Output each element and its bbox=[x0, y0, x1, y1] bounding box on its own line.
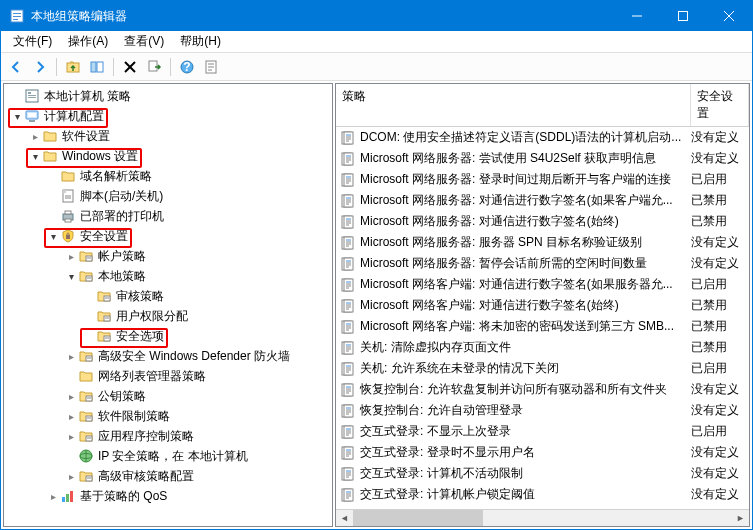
expand-icon[interactable] bbox=[64, 429, 78, 443]
tree-item[interactable]: 高级安全 Windows Defender 防火墙 bbox=[4, 346, 332, 366]
tree-item[interactable]: 本地计算机 策略 bbox=[4, 86, 332, 106]
policy-text: 交互式登录: 不显示上次登录 bbox=[360, 423, 511, 440]
maximize-button[interactable] bbox=[660, 1, 706, 31]
tree-item[interactable]: 高级审核策略配置 bbox=[4, 466, 332, 486]
setting-cell: 已启用 bbox=[691, 360, 745, 377]
toolbar-separator bbox=[113, 58, 114, 76]
list-row[interactable]: 交互式登录: 计算机不活动限制没有定义 bbox=[336, 463, 749, 484]
tree-item[interactable]: 脚本(启动/关机) bbox=[4, 186, 332, 206]
list-row[interactable]: 交互式登录: 计算机帐户锁定阈值没有定义 bbox=[336, 484, 749, 505]
tree-item-label: 帐户策略 bbox=[98, 248, 146, 265]
policy-cell: Microsoft 网络服务器: 尝试使用 S4U2Self 获取声明信息 bbox=[340, 150, 691, 167]
setting-cell: 没有定义 bbox=[691, 465, 745, 482]
tree-item[interactable]: 审核策略 bbox=[4, 286, 332, 306]
list-row[interactable]: DCOM: 使用安全描述符定义语言(SDDL)语法的计算机启动...没有定义 bbox=[336, 127, 749, 148]
policy-cell: Microsoft 网络服务器: 暂停会话前所需的空闲时间数量 bbox=[340, 255, 691, 272]
forward-button[interactable] bbox=[29, 56, 51, 78]
delete-button[interactable] bbox=[119, 56, 141, 78]
expand-icon[interactable] bbox=[64, 349, 78, 363]
policy-text: Microsoft 网络服务器: 登录时间过期后断开与客户端的连接 bbox=[360, 171, 671, 188]
tree-item[interactable]: 公钥策略 bbox=[4, 386, 332, 406]
menu-help[interactable]: 帮助(H) bbox=[172, 31, 229, 52]
tree-item[interactable]: 软件限制策略 bbox=[4, 406, 332, 426]
tree-item[interactable]: 安全选项 bbox=[4, 326, 332, 346]
up-button[interactable] bbox=[62, 56, 84, 78]
tree-panel[interactable]: 本地计算机 策略计算机配置软件设置Windows 设置域名解析策略脚本(启动/关… bbox=[3, 83, 333, 527]
list-row[interactable]: Microsoft 网络服务器: 登录时间过期后断开与客户端的连接已启用 bbox=[336, 169, 749, 190]
scroll-right-arrow[interactable]: ► bbox=[732, 510, 749, 527]
list-row[interactable]: Microsoft 网络服务器: 对通信进行数字签名(始终)已禁用 bbox=[336, 211, 749, 232]
list-row[interactable]: 关机: 清除虚拟内存页面文件已禁用 bbox=[336, 337, 749, 358]
policy-text: DCOM: 使用安全描述符定义语言(SDDL)语法的计算机启动... bbox=[360, 129, 681, 146]
menubar: 文件(F) 操作(A) 查看(V) 帮助(H) bbox=[1, 31, 752, 53]
tree-item[interactable]: 计算机配置 bbox=[4, 106, 332, 126]
tree-item[interactable]: Windows 设置 bbox=[4, 146, 332, 166]
setting-cell: 已禁用 bbox=[691, 339, 745, 356]
policy-icon bbox=[340, 403, 356, 419]
list-row[interactable]: 恢复控制台: 允许软盘复制并访问所有驱动器和所有文件夹没有定义 bbox=[336, 379, 749, 400]
back-button[interactable] bbox=[5, 56, 27, 78]
setting-cell: 已禁用 bbox=[691, 192, 745, 209]
list-body[interactable]: DCOM: 使用安全描述符定义语言(SDDL)语法的计算机启动...没有定义Mi… bbox=[336, 127, 749, 509]
policy-text: Microsoft 网络服务器: 暂停会话前所需的空闲时间数量 bbox=[360, 255, 647, 272]
expand-icon[interactable] bbox=[64, 409, 78, 423]
list-row[interactable]: Microsoft 网络服务器: 尝试使用 S4U2Self 获取声明信息没有定… bbox=[336, 148, 749, 169]
policy-icon bbox=[340, 130, 356, 146]
horizontal-scrollbar[interactable]: ◄ ► bbox=[336, 509, 749, 526]
list-row[interactable]: 交互式登录: 登录时不显示用户名没有定义 bbox=[336, 442, 749, 463]
expand-icon[interactable] bbox=[64, 389, 78, 403]
menu-file[interactable]: 文件(F) bbox=[5, 31, 60, 52]
expand-icon[interactable] bbox=[28, 129, 42, 143]
list-row[interactable]: Microsoft 网络客户端: 对通信进行数字签名(如果服务器允...已启用 bbox=[336, 274, 749, 295]
tree-item[interactable]: IP 安全策略，在 本地计算机 bbox=[4, 446, 332, 466]
expand-icon[interactable] bbox=[64, 469, 78, 483]
export-button[interactable] bbox=[143, 56, 165, 78]
menu-action[interactable]: 操作(A) bbox=[60, 31, 116, 52]
menu-view[interactable]: 查看(V) bbox=[116, 31, 172, 52]
help-button[interactable]: ? bbox=[176, 56, 198, 78]
minimize-button[interactable] bbox=[614, 1, 660, 31]
list-row[interactable]: Microsoft 网络服务器: 服务器 SPN 目标名称验证级别没有定义 bbox=[336, 232, 749, 253]
policy-cell: Microsoft 网络服务器: 对通信进行数字签名(始终) bbox=[340, 213, 691, 230]
tree-item[interactable]: 本地策略 bbox=[4, 266, 332, 286]
policy-text: 交互式登录: 登录时不显示用户名 bbox=[360, 444, 535, 461]
expand-icon[interactable] bbox=[64, 269, 78, 283]
list-row[interactable]: 关机: 允许系统在未登录的情况下关闭已启用 bbox=[336, 358, 749, 379]
column-policy[interactable]: 策略 bbox=[336, 84, 691, 126]
properties-button[interactable] bbox=[200, 56, 222, 78]
list-row[interactable]: 恢复控制台: 允许自动管理登录没有定义 bbox=[336, 400, 749, 421]
tree-item[interactable]: 用户权限分配 bbox=[4, 306, 332, 326]
expand-icon[interactable] bbox=[46, 489, 60, 503]
setting-cell: 没有定义 bbox=[691, 150, 745, 167]
list-row[interactable]: 交互式登录: 不显示上次登录已启用 bbox=[336, 421, 749, 442]
tree-item[interactable]: 帐户策略 bbox=[4, 246, 332, 266]
policy-icon bbox=[340, 319, 356, 335]
policy-cell: Microsoft 网络客户端: 对通信进行数字签名(如果服务器允... bbox=[340, 276, 691, 293]
folder-b-icon bbox=[96, 288, 112, 304]
expand-icon[interactable] bbox=[46, 229, 60, 243]
column-setting[interactable]: 安全设置 bbox=[691, 84, 749, 126]
scroll-thumb[interactable] bbox=[353, 510, 483, 527]
tree-item[interactable]: 已部署的打印机 bbox=[4, 206, 332, 226]
tree-item[interactable]: 基于策略的 QoS bbox=[4, 486, 332, 506]
list-row[interactable]: Microsoft 网络客户端: 对通信进行数字签名(始终)已禁用 bbox=[336, 295, 749, 316]
tree-item-label: 计算机配置 bbox=[44, 108, 104, 125]
policy-icon bbox=[340, 361, 356, 377]
tree-item[interactable]: 应用程序控制策略 bbox=[4, 426, 332, 446]
show-hide-tree-button[interactable] bbox=[86, 56, 108, 78]
tree-item[interactable]: 安全设置 bbox=[4, 226, 332, 246]
tree-item[interactable]: 软件设置 bbox=[4, 126, 332, 146]
scroll-track[interactable] bbox=[353, 510, 732, 527]
tree-item[interactable]: 网络列表管理器策略 bbox=[4, 366, 332, 386]
folder-b-icon bbox=[78, 428, 94, 444]
expand-icon[interactable] bbox=[28, 149, 42, 163]
list-row[interactable]: Microsoft 网络服务器: 对通信进行数字签名(如果客户端允...已禁用 bbox=[336, 190, 749, 211]
list-row[interactable]: Microsoft 网络服务器: 暂停会话前所需的空闲时间数量没有定义 bbox=[336, 253, 749, 274]
close-button[interactable] bbox=[706, 1, 752, 31]
list-row[interactable]: Microsoft 网络客户端: 将未加密的密码发送到第三方 SMB...已禁用 bbox=[336, 316, 749, 337]
expand-icon[interactable] bbox=[10, 109, 24, 123]
scroll-left-arrow[interactable]: ◄ bbox=[336, 510, 353, 527]
tree-item-label: 审核策略 bbox=[116, 288, 164, 305]
tree-item[interactable]: 域名解析策略 bbox=[4, 166, 332, 186]
expand-icon[interactable] bbox=[64, 249, 78, 263]
